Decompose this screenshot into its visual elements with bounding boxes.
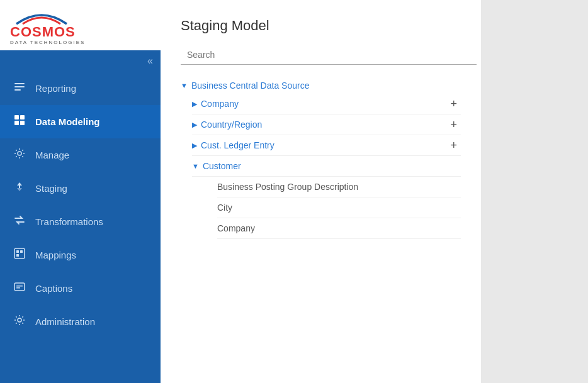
root-expand-icon[interactable]: ▼	[181, 82, 188, 89]
svg-rect-12	[14, 283, 25, 291]
sidebar-item-label-reporting: Reporting	[35, 83, 76, 94]
country-add-button[interactable]: +	[446, 118, 461, 131]
sidebar-item-manage[interactable]: Manage	[0, 138, 161, 172]
svg-rect-11	[16, 254, 19, 257]
sidebar-item-label-captions: Captions	[35, 283, 72, 294]
manage-icon	[13, 147, 26, 163]
administration-icon	[13, 314, 26, 330]
tree-level-1: ▶ Company + ▶ Country/Region + ▶ Cust. L…	[192, 94, 461, 239]
sidebar: COSMOS DATA TECHNOLOGIES « Reporting Dat…	[0, 0, 161, 383]
tree-container: ▼ Business Central Data Source ▶ Company…	[181, 77, 461, 239]
sidebar-item-staging[interactable]: Staging	[0, 172, 161, 205]
business-posting-label: Business Posting Group Description	[217, 182, 358, 192]
logo-sub: DATA TECHNOLOGIES	[10, 40, 85, 45]
svg-rect-3	[14, 115, 19, 119]
cust-ledger-expand-icon[interactable]: ▶	[192, 142, 197, 150]
svg-rect-2	[14, 89, 21, 91]
svg-rect-5	[14, 121, 19, 125]
svg-rect-13	[16, 286, 23, 287]
company-add-button[interactable]: +	[446, 97, 461, 111]
svg-rect-8	[14, 248, 25, 258]
right-panel	[481, 0, 588, 383]
customer-expand-icon[interactable]: ▼	[192, 162, 199, 170]
data-modeling-icon	[13, 114, 26, 130]
tree-item-company: ▶ Company +	[192, 94, 461, 114]
svg-rect-14	[16, 287, 20, 289]
tree-level-2-customer: Business Posting Group Description City …	[217, 177, 461, 239]
tree-leaf-company: Company	[217, 218, 461, 239]
sidebar-item-label-administration: Administration	[35, 316, 95, 327]
page-title: Staging Model	[181, 18, 461, 34]
tree-item-cust-ledger: ▶ Cust. Ledger Entry +	[192, 135, 461, 156]
sidebar-item-reporting[interactable]: Reporting	[0, 72, 161, 105]
company-label: Company	[201, 99, 461, 109]
sidebar-item-data-modeling[interactable]: Data Modeling	[0, 105, 161, 138]
sidebar-item-mappings[interactable]: Mappings	[0, 238, 161, 272]
collapse-button[interactable]: «	[147, 55, 153, 67]
staging-icon	[13, 180, 26, 196]
sidebar-item-label-staging: Staging	[35, 183, 67, 194]
tree-leaf-business-posting: Business Posting Group Description	[217, 177, 461, 197]
sidebar-item-label-manage: Manage	[35, 150, 69, 160]
root-label: Business Central Data Source	[191, 80, 310, 91]
reporting-icon	[13, 80, 26, 96]
svg-rect-6	[20, 121, 25, 125]
sidebar-item-transformations[interactable]: Transformations	[0, 205, 161, 238]
tree-item-country-region: ▶ Country/Region +	[192, 114, 461, 135]
sidebar-item-label-transformations: Transformations	[35, 216, 103, 227]
country-expand-icon[interactable]: ▶	[192, 121, 197, 129]
sidebar-item-label-data-modeling: Data Modeling	[35, 116, 100, 127]
svg-rect-0	[14, 83, 25, 84]
content-area: Staging Model ▼ Business Central Data So…	[161, 0, 481, 383]
company-child-label: Company	[217, 223, 255, 233]
logo-container: COSMOS DATA TECHNOLOGIES	[10, 6, 85, 45]
sidebar-item-label-mappings: Mappings	[35, 250, 76, 260]
tree-item-customer: ▼ Customer Lookup Calculated Field Fixed…	[192, 156, 461, 177]
company-expand-icon[interactable]: ▶	[192, 100, 197, 108]
logo-area: COSMOS DATA TECHNOLOGIES	[0, 0, 161, 50]
svg-rect-4	[20, 115, 25, 119]
search-input[interactable]	[181, 45, 477, 65]
sidebar-collapse-area: «	[0, 50, 161, 72]
country-region-label: Country/Region	[201, 119, 461, 130]
cust-ledger-add-button[interactable]: +	[446, 139, 461, 152]
captions-icon	[13, 280, 26, 296]
main-content: Staging Model ▼ Business Central Data So…	[161, 0, 481, 383]
svg-point-7	[18, 152, 21, 155]
customer-label: Customer	[203, 161, 461, 171]
svg-rect-10	[20, 250, 23, 253]
svg-point-15	[18, 318, 21, 322]
transformations-icon	[13, 214, 26, 230]
city-label: City	[217, 203, 232, 213]
svg-rect-1	[14, 86, 25, 87]
tree-leaf-city: City	[217, 197, 461, 218]
logo-arc-icon	[10, 6, 73, 25]
logo-text: COSMOS	[10, 25, 76, 39]
cust-ledger-label: Cust. Ledger Entry	[201, 140, 461, 150]
sidebar-item-captions[interactable]: Captions	[0, 272, 161, 305]
svg-rect-9	[16, 250, 19, 253]
nav-items: Reporting Data Modeling Manage Staging T…	[0, 72, 161, 383]
mappings-icon	[13, 247, 26, 263]
tree-root-item[interactable]: ▼ Business Central Data Source	[181, 77, 461, 94]
sidebar-item-administration[interactable]: Administration	[0, 305, 161, 338]
